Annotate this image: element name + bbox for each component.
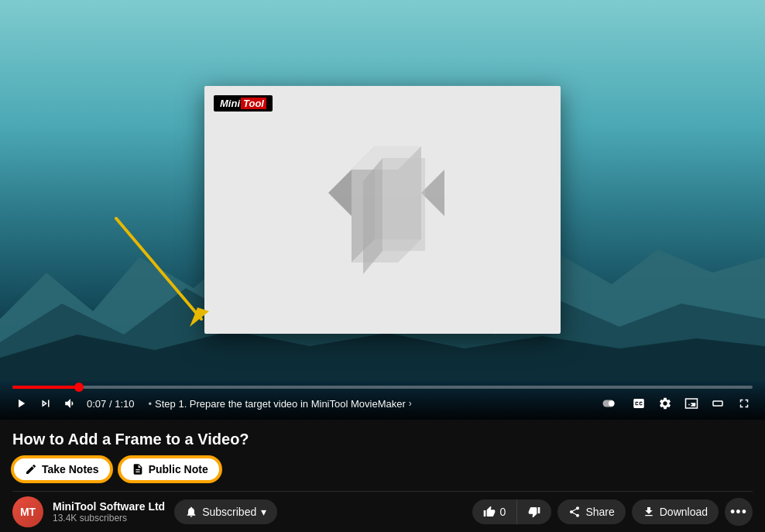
settings-button[interactable] [657,395,674,412]
like-button[interactable]: 0 [472,499,518,524]
svg-marker-10 [382,158,425,251]
info-section: How to Add a Frame to a Video? Take Note… [0,420,765,532]
download-label: Download [660,506,708,518]
minitool-logo: Mini Tool [214,95,273,112]
like-count: 0 [500,506,506,518]
right-controls [596,395,753,412]
miniplayer-icon [684,396,698,410]
share-label: Share [585,506,614,518]
progress-thumb [74,383,84,392]
svg-marker-7 [328,170,352,216]
autoplay-toggle[interactable] [596,395,621,412]
autoplay-icon [598,396,619,410]
fullscreen-icon [737,396,751,410]
play-button[interactable] [12,395,29,412]
bell-icon [185,506,197,518]
chapter-dot: • [148,398,152,410]
pencil-icon [25,463,37,475]
chapter-arrow: › [409,398,412,409]
total-time: 1:10 [115,398,134,410]
miniplayer-button[interactable] [683,395,700,412]
progress-fill [12,386,79,389]
channel-avatar: MT [12,496,43,527]
like-dislike-group: 0 [472,499,552,524]
chapter-text: Step 1. Prepare the target video in Mini… [155,398,406,410]
subscribe-dropdown: ▾ [261,506,266,518]
public-note-label: Public Note [149,463,208,475]
dislike-button[interactable] [517,499,551,524]
play-icon [14,396,28,410]
logo-mini: Mini [220,98,240,109]
progress-bar[interactable] [12,386,753,389]
more-options-icon: ••• [730,504,747,520]
take-notes-label: Take Notes [42,463,99,475]
controls-row: 0:07 / 1:10 • Step 1. Prepare the target… [12,395,753,412]
public-note-button[interactable]: Public Note [119,457,221,482]
volume-button[interactable] [62,395,79,412]
subscribe-label: Subscribed [202,506,256,518]
fullscreen-button[interactable] [736,395,753,412]
channel-name: MiniTool Software Ltd [53,500,165,513]
channel-info: MiniTool Software Ltd 13.4K subscribers [53,500,165,523]
channel-actions: 0 Share Download • [472,498,753,526]
note-icon [132,463,144,475]
share-icon [568,506,581,518]
page-container: Mini Tool [0,0,765,532]
logo-tool: Tool [241,98,266,109]
more-options-button[interactable]: ••• [725,498,753,526]
arrow-3d-shape [305,123,460,297]
subscribe-button[interactable]: Subscribed ▾ [174,499,277,524]
svg-point-14 [609,400,615,407]
video-player[interactable]: Mini Tool [0,0,765,420]
download-icon [643,506,655,518]
take-notes-button[interactable]: Take Notes [12,457,111,482]
video-controls: 0:07 / 1:10 • Step 1. Prepare the target… [0,379,765,420]
settings-icon [658,396,672,410]
cc-button[interactable] [630,395,647,412]
theater-button[interactable] [709,395,726,412]
next-icon [39,396,53,410]
time-display: 0:07 / 1:10 [87,398,134,410]
theater-icon [711,396,725,410]
video-title: How to Add a Frame to a Video? [12,429,753,449]
download-button[interactable]: Download [632,499,719,524]
action-buttons-row: Take Notes Public Note [12,457,753,482]
chapter-info: • Step 1. Prepare the target video in Mi… [148,398,588,410]
share-button[interactable]: Share [557,499,625,524]
thumbs-down-icon [528,506,540,518]
next-button[interactable] [37,395,54,412]
channel-subscribers: 13.4K subscribers [53,513,165,523]
volume-icon [63,396,77,410]
thumbs-up-icon [483,506,496,518]
channel-row: MT MiniTool Software Ltd 13.4K subscribe… [12,491,753,532]
current-time: 0:07 [87,398,106,410]
avatar-initials: MT [20,506,36,518]
presentation-card: Mini Tool [204,86,561,334]
cc-icon [632,396,646,410]
